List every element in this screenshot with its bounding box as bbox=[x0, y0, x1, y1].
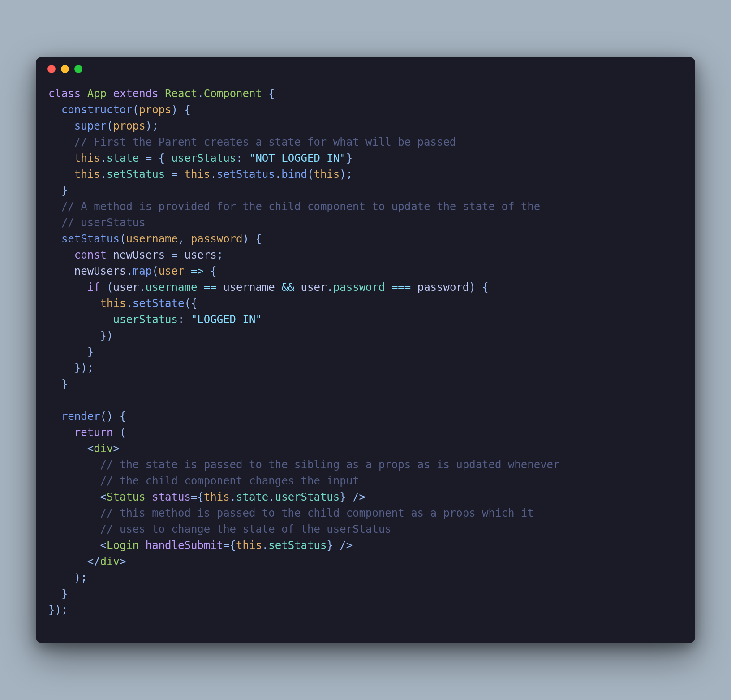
code-token: ) bbox=[81, 362, 87, 374]
code-token: Component bbox=[204, 87, 262, 100]
code-token: } bbox=[87, 346, 94, 358]
code-line: <div> bbox=[48, 442, 120, 455]
code-line: this.setStatus = this.setStatus.bind(thi… bbox=[48, 168, 353, 181]
code-token bbox=[48, 378, 61, 390]
code-token: ; bbox=[87, 362, 94, 374]
code-token bbox=[243, 152, 249, 164]
code-token: : bbox=[236, 152, 242, 164]
code-line: } bbox=[48, 184, 68, 197]
code-token: return bbox=[74, 426, 113, 439]
code-token bbox=[48, 539, 100, 552]
code-token bbox=[275, 281, 281, 294]
code-token: < bbox=[100, 491, 107, 503]
code-token bbox=[165, 168, 171, 181]
code-token bbox=[165, 249, 171, 261]
code-token: // userStatus bbox=[61, 216, 146, 229]
code-token: constructor bbox=[61, 104, 133, 116]
code-token: ) bbox=[172, 104, 178, 116]
code-token bbox=[178, 168, 184, 181]
code-token: props bbox=[113, 120, 146, 132]
code-token bbox=[184, 265, 190, 277]
code-token: ( bbox=[100, 410, 107, 423]
code-token: this bbox=[74, 168, 100, 181]
code-token: super bbox=[74, 120, 107, 132]
code-token bbox=[385, 281, 391, 294]
code-line: this.state = { userStatus: "NOT LOGGED I… bbox=[48, 152, 353, 164]
code-token: // this method is passed to the child co… bbox=[100, 507, 534, 519]
code-token: : bbox=[178, 313, 184, 326]
code-token bbox=[48, 233, 61, 245]
code-token bbox=[146, 491, 152, 503]
code-token bbox=[48, 152, 74, 164]
code-token bbox=[346, 491, 353, 503]
code-token: userStatus bbox=[172, 152, 236, 164]
code-token bbox=[249, 233, 255, 245]
code-token: this bbox=[204, 491, 230, 503]
code-token: = bbox=[172, 249, 178, 261]
code-token: users bbox=[184, 249, 216, 261]
code-token: > bbox=[120, 555, 126, 568]
code-token: } bbox=[100, 329, 107, 342]
code-line: newUsers.map(user => { bbox=[48, 265, 217, 277]
code-token bbox=[48, 362, 74, 374]
code-token: </ bbox=[87, 555, 100, 568]
code-line: // uses to change the state of the userS… bbox=[48, 523, 391, 536]
code-token: ) bbox=[107, 410, 113, 423]
code-token: { bbox=[210, 265, 216, 277]
window-titlebar bbox=[36, 57, 695, 81]
zoom-icon[interactable] bbox=[74, 65, 82, 73]
code-token: ) bbox=[107, 329, 113, 342]
code-token bbox=[100, 281, 107, 294]
code-token: setStatus bbox=[268, 539, 327, 552]
code-line: class App extends React.Component { bbox=[48, 87, 275, 100]
code-token bbox=[48, 523, 100, 536]
code-token: ( bbox=[152, 265, 158, 277]
code-token bbox=[217, 281, 223, 294]
code-token bbox=[48, 184, 61, 197]
code-token: ( bbox=[184, 297, 190, 310]
code-token: = bbox=[146, 152, 152, 164]
code-line: }); bbox=[48, 604, 68, 616]
code-line: // the state is passed to the sibling as… bbox=[48, 458, 560, 471]
close-icon[interactable] bbox=[47, 65, 56, 73]
code-token: /> bbox=[340, 539, 353, 552]
code-token: ( bbox=[107, 120, 113, 132]
code-token: . bbox=[268, 491, 275, 503]
code-token: { bbox=[120, 410, 126, 423]
code-token: } bbox=[340, 491, 346, 503]
code-token bbox=[48, 442, 87, 455]
minimize-icon[interactable] bbox=[61, 65, 69, 73]
code-token: status bbox=[152, 491, 191, 503]
code-token: ( bbox=[120, 426, 126, 439]
code-line: // userStatus bbox=[48, 216, 146, 229]
code-line: userStatus: "LOGGED IN" bbox=[48, 313, 262, 326]
code-token: . bbox=[197, 87, 203, 100]
code-line: ); bbox=[48, 571, 87, 584]
code-token: password bbox=[417, 281, 469, 294]
code-token: } bbox=[61, 378, 68, 390]
code-token: , bbox=[178, 233, 184, 245]
code-token: user bbox=[301, 281, 327, 294]
code-token: { bbox=[184, 104, 190, 116]
code-token: username bbox=[223, 281, 275, 294]
code-token: . bbox=[100, 152, 107, 164]
code-token: ) bbox=[146, 120, 152, 132]
code-token: "NOT LOGGED IN" bbox=[249, 152, 346, 164]
code-line: render() { bbox=[48, 410, 126, 423]
code-token: . bbox=[139, 281, 145, 294]
code-token bbox=[204, 265, 210, 277]
code-token: . bbox=[126, 265, 132, 277]
code-token: setStatus bbox=[107, 168, 165, 181]
code-token bbox=[139, 152, 145, 164]
code-token: div bbox=[94, 442, 113, 455]
code-token: . bbox=[275, 168, 281, 181]
code-token bbox=[48, 458, 100, 471]
code-token: "LOGGED IN" bbox=[191, 313, 262, 326]
code-token bbox=[48, 329, 100, 342]
code-token bbox=[48, 120, 74, 132]
code-token: render bbox=[61, 410, 100, 423]
code-token: /> bbox=[353, 491, 366, 503]
code-editor[interactable]: class App extends React.Component { cons… bbox=[36, 81, 695, 627]
code-token: . bbox=[100, 168, 107, 181]
code-token bbox=[48, 200, 61, 213]
